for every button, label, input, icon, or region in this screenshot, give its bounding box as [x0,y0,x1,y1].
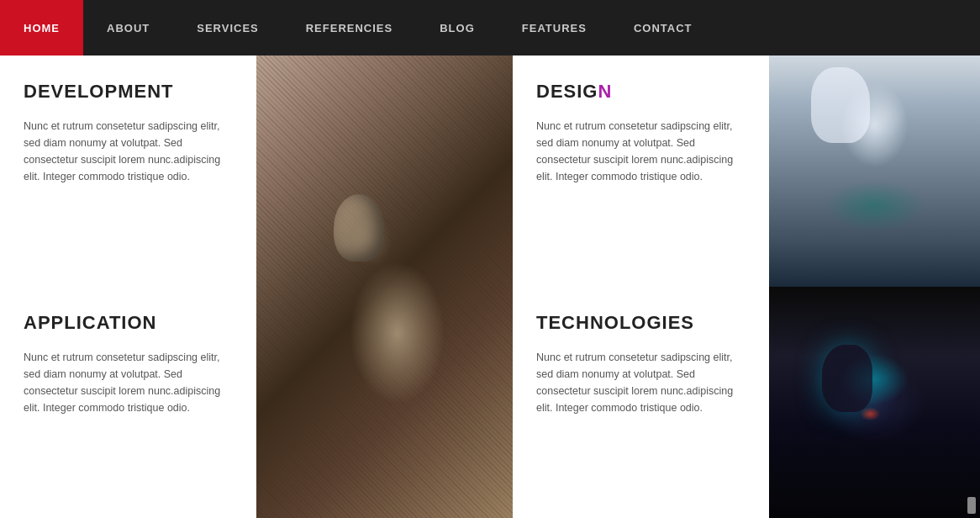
technologies-panel: TECHNOLOGIES Nunc et rutrum consetetur s… [513,287,769,518]
application-title: APPLICATION [24,312,233,334]
navbar: HOME ABOUT SERVICES REFERENCIES BLOG FEA… [0,0,980,56]
nav-item-contact[interactable]: CONTACT [610,0,716,56]
main-grid: DEVELOPMENT Nunc et rutrum consetetur sa… [0,56,980,518]
portrait-top-visual [769,56,980,287]
application-panel: APPLICATION Nunc et rutrum consetetur sa… [0,287,256,518]
scrollbar-indicator[interactable] [967,497,976,514]
nav-item-blog[interactable]: BLOG [416,0,498,56]
design-text: Nunc et rutrum consetetur sadipscing eli… [536,118,746,185]
design-panel: DESIGN Nunc et rutrum consetetur sadipsc… [513,56,769,287]
nav-item-features[interactable]: FEATURES [498,0,610,56]
cyber-top-visual [256,56,513,518]
technologies-text: Nunc et rutrum consetetur sadipscing eli… [536,349,746,416]
development-panel: DEVELOPMENT Nunc et rutrum consetetur sa… [0,56,256,287]
application-text: Nunc et rutrum consetetur sadipscing eli… [24,349,233,416]
technologies-title: TECHNOLOGIES [536,312,746,334]
nav-item-referencies[interactable]: REFERENCIES [282,0,416,56]
cyber-face-image [256,56,513,518]
development-text: Nunc et rutrum consetetur sadipscing eli… [24,118,233,185]
design-title: DESIGN [536,81,746,103]
development-title: DEVELOPMENT [24,81,233,103]
nav-item-services[interactable]: SERVICES [173,0,282,56]
portrait-top-image [769,56,980,287]
nav-item-about[interactable]: ABOUT [83,0,173,56]
portrait-bottom-image [769,287,980,518]
portrait-bottom-visual [769,287,980,518]
nav-item-home[interactable]: HOME [0,0,83,56]
